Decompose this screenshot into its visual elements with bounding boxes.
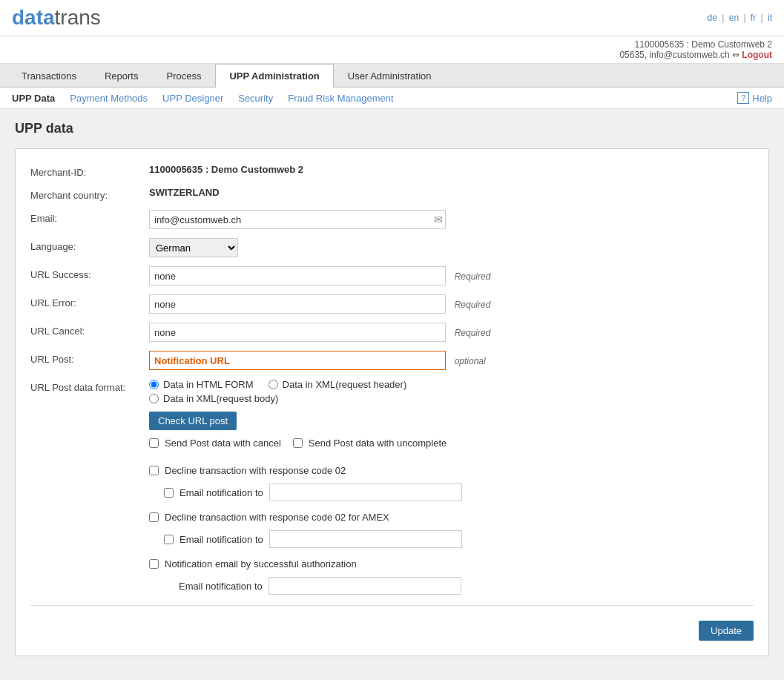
- tab-transactions[interactable]: Transactions: [7, 64, 90, 88]
- email-field-wrapper: ✉: [149, 210, 754, 229]
- send-post-uncomplete-text: Send Post data with uncomplete: [309, 438, 447, 449]
- main-navigation: Transactions Reports Process UPP Adminis…: [0, 64, 784, 88]
- email-notification-code02-label: Email notification to: [179, 487, 263, 498]
- lang-de[interactable]: de: [708, 13, 717, 23]
- url-cancel-required: Required: [455, 328, 491, 338]
- form-divider: [30, 605, 754, 606]
- tab-process[interactable]: Process: [152, 64, 215, 88]
- url-error-label: URL Error:: [30, 294, 149, 308]
- email-notification-success-input[interactable]: [269, 577, 461, 595]
- lang-it[interactable]: it: [768, 13, 772, 23]
- account-info: 05635, info@customweb.ch: [619, 50, 729, 60]
- sub-nav-links: UPP Data Payment Methods UPP Designer Se…: [12, 93, 394, 104]
- merchant-country-value: SWITZERLAND: [149, 187, 754, 198]
- merchant-country-row: Merchant country: SWITZERLAND: [30, 187, 754, 201]
- notification-success-text: Notification email by successful authori…: [165, 558, 357, 570]
- update-row: Update: [30, 613, 754, 641]
- page-title: UPP data: [15, 121, 769, 136]
- url-error-wrapper: Required: [149, 294, 754, 314]
- decline-code02-amex-checkbox[interactable]: [149, 512, 159, 522]
- lang-en[interactable]: en: [729, 13, 739, 23]
- url-cancel-row: URL Cancel: Required: [30, 323, 754, 342]
- page-content: UPP data Merchant-ID: 1100005635 : Demo …: [0, 109, 784, 680]
- url-post-format-section: Data in HTML FORM Data in XML(request he…: [149, 379, 754, 456]
- email-notification-amex-checkbox[interactable]: [164, 535, 174, 544]
- url-success-label: URL Success:: [30, 266, 149, 280]
- link-icon: ⇔: [732, 50, 742, 60]
- radio-xml-body[interactable]: [149, 394, 159, 403]
- help-label: Help: [752, 93, 772, 104]
- decline-code02-text: Decline transaction with response code 0…: [165, 465, 346, 476]
- send-post-cancel-checkbox[interactable]: [149, 438, 159, 448]
- decline-code02-label[interactable]: Decline transaction with response code 0…: [149, 465, 754, 476]
- send-post-uncomplete-label[interactable]: Send Post data with uncomplete: [293, 438, 447, 449]
- merchant-country-label: Merchant country:: [30, 187, 149, 201]
- decline-code02-block: Decline transaction with response code 0…: [149, 465, 754, 501]
- subnav-fraud-risk[interactable]: Fraud Risk Management: [288, 93, 393, 104]
- email-row: Email: ✉: [30, 210, 754, 229]
- notification-success-checkbox[interactable]: [149, 559, 159, 569]
- radio-html-form-label[interactable]: Data in HTML FORM: [149, 379, 254, 390]
- url-cancel-input[interactable]: [149, 323, 446, 342]
- url-post-input[interactable]: [149, 351, 446, 370]
- radio-html-form[interactable]: [149, 380, 159, 389]
- notification-success-block: Notification email by successful authori…: [149, 558, 754, 595]
- help-icon: ?: [737, 92, 749, 104]
- tab-reports[interactable]: Reports: [90, 64, 153, 88]
- merchant-display: 1100005635 : Demo Customweb 2: [635, 39, 772, 50]
- subnav-upp-designer[interactable]: UPP Designer: [162, 93, 223, 104]
- notification-success-label[interactable]: Notification email by successful authori…: [149, 558, 754, 570]
- logo: datatrans: [12, 6, 101, 30]
- url-cancel-wrapper: Required: [149, 323, 754, 342]
- radio-format-row1: Data in HTML FORM Data in XML(request he…: [149, 379, 754, 390]
- merchant-id-value: 1100005635 : Demo Customweb 2: [149, 164, 754, 175]
- post-options-row: Send Post data with cancel Send Post dat…: [149, 438, 754, 456]
- decline-code02-section: Decline transaction with response code 0…: [149, 465, 754, 595]
- main-card: Merchant-ID: 1100005635 : Demo Customweb…: [15, 148, 769, 656]
- subnav-upp-data[interactable]: UPP Data: [12, 93, 55, 104]
- lang-fr[interactable]: fr: [751, 13, 756, 23]
- radio-xml-header[interactable]: [269, 380, 278, 389]
- email-notification-code02-input[interactable]: [269, 483, 462, 501]
- send-post-cancel-text: Send Post data with cancel: [165, 438, 281, 449]
- tab-user-administration[interactable]: User Administration: [334, 64, 446, 88]
- email-notification-code02-checkbox[interactable]: [164, 488, 174, 498]
- radio-xml-header-label[interactable]: Data in XML(request header): [269, 379, 407, 390]
- url-error-required: Required: [455, 300, 491, 310]
- email-icon[interactable]: ✉: [434, 214, 443, 225]
- email-input-wrapper: ✉: [149, 210, 446, 229]
- language-selector: de | en | fr | it: [708, 13, 772, 23]
- url-cancel-label: URL Cancel:: [30, 323, 149, 337]
- email-notification-amex-row: Email notification to: [164, 530, 754, 548]
- url-success-input[interactable]: [149, 266, 446, 285]
- help-link[interactable]: ? Help: [737, 92, 772, 104]
- merchant-id-label: Merchant-ID:: [30, 164, 149, 178]
- url-error-row: URL Error: Required: [30, 294, 754, 314]
- language-select-wrapper: German English French Italian: [149, 238, 754, 257]
- subnav-payment-methods[interactable]: Payment Methods: [70, 93, 148, 104]
- url-success-wrapper: Required: [149, 266, 754, 285]
- logout-button[interactable]: Logout: [742, 50, 772, 60]
- language-label: Language:: [30, 238, 149, 252]
- email-notification-amex-input[interactable]: [269, 530, 462, 548]
- send-post-cancel-label[interactable]: Send Post data with cancel: [149, 438, 281, 449]
- update-button[interactable]: Update: [699, 621, 754, 641]
- decline-code02-checkbox[interactable]: [149, 466, 159, 475]
- email-notification-success-label: Email notification to: [179, 581, 263, 592]
- url-error-input[interactable]: [149, 294, 446, 314]
- tab-upp-administration[interactable]: UPP Administration: [215, 64, 333, 88]
- subnav-security[interactable]: Security: [238, 93, 273, 104]
- url-post-format-row: URL Post data format: Data in HTML FORM …: [30, 379, 754, 456]
- url-success-row: URL Success: Required: [30, 266, 754, 285]
- email-input[interactable]: [149, 210, 446, 229]
- merchant-id-row: Merchant-ID: 1100005635 : Demo Customweb…: [30, 164, 754, 178]
- language-row: Language: German English French Italian: [30, 238, 754, 257]
- decline-code02-amex-label[interactable]: Decline transaction with response code 0…: [149, 512, 754, 523]
- send-post-uncomplete-checkbox[interactable]: [293, 438, 303, 448]
- radio-xml-header-text: Data in XML(request header): [283, 379, 407, 390]
- language-select[interactable]: German English French Italian: [149, 238, 238, 257]
- check-url-post-button[interactable]: Check URL post: [149, 412, 237, 430]
- logo-data: data: [12, 6, 55, 30]
- radio-html-form-text: Data in HTML FORM: [163, 379, 254, 390]
- radio-xml-body-label[interactable]: Data in XML(request body): [149, 393, 754, 404]
